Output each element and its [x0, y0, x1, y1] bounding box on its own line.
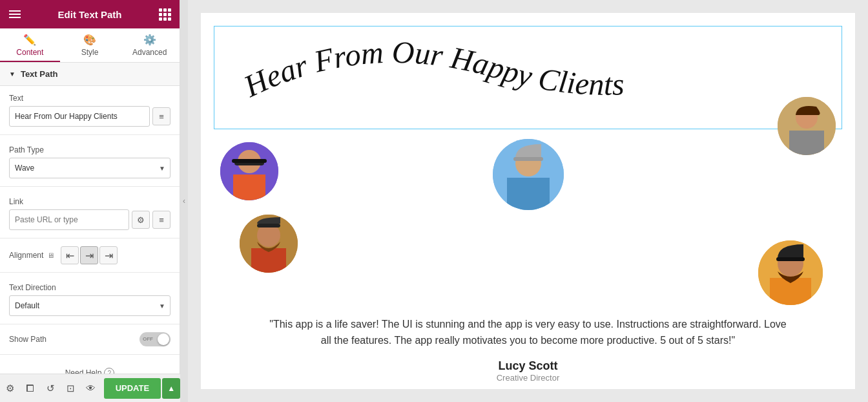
alignment-row: Alignment 🖥 ⇤ ⇥ ⇥ — [0, 241, 180, 270]
divider-2 — [0, 186, 180, 187]
alignment-monitor-icon: 🖥 — [47, 251, 54, 259]
testimonial-section: "This app is a life saver! The UI is stu… — [265, 316, 790, 383]
svg-rect-16 — [257, 224, 280, 227]
svg-rect-8 — [789, 131, 824, 155]
text-direction-select[interactable]: Default LTR RTL — [9, 295, 170, 316]
section-text-path[interactable]: ▼ Text Path — [0, 63, 180, 86]
text-field-group: Text ≡ — [0, 86, 180, 132]
grid-icon[interactable] — [159, 8, 170, 21]
text-input[interactable] — [9, 106, 150, 127]
divider-1 — [0, 134, 180, 135]
footer-settings-icon[interactable]: ⚙ — [0, 374, 20, 403]
text-input-row: ≡ — [9, 106, 170, 127]
show-path-toggle[interactable]: OFF — [140, 332, 170, 346]
footer-history-icon[interactable]: ↺ — [41, 374, 61, 403]
tab-content[interactable]: ✏️ Content — [0, 28, 60, 62]
avatar-top-left — [220, 142, 278, 200]
svg-rect-5 — [232, 159, 267, 163]
tab-content-label: Content — [16, 48, 43, 57]
footer-layers-icon[interactable]: ⧠ — [20, 374, 40, 403]
chevron-left-icon: ‹ — [183, 196, 185, 206]
tab-advanced[interactable]: ⚙️ Advanced — [119, 28, 180, 62]
divider-3 — [0, 238, 180, 238]
panel-title: Edit Text Path — [58, 9, 122, 20]
path-type-select[interactable]: Wave Arc Circle Line — [9, 158, 170, 178]
show-path-label: Show Path — [9, 335, 46, 344]
update-button[interactable]: UPDATE — [104, 378, 161, 399]
svg-rect-11 — [507, 178, 550, 210]
panel-body: ▼ Text Path Text ≡ Path Type Wave Arc Ci… — [0, 63, 180, 402]
avatar-top-left-svg — [220, 142, 278, 200]
text-options-icon[interactable]: ≡ — [152, 107, 170, 125]
link-input-row: ⚙ ≡ — [9, 209, 170, 230]
alignment-label-text: Alignment — [9, 251, 43, 260]
avatar-center-svg — [493, 139, 564, 210]
section-arrow-icon: ▼ — [9, 70, 16, 78]
collapse-handle[interactable]: ‹ — [180, 0, 188, 402]
section-text-path-label: Text Path — [21, 69, 58, 79]
tab-style[interactable]: 🎨 Style — [60, 28, 120, 62]
link-gear-icon[interactable]: ⚙ — [132, 211, 150, 229]
left-panel: Edit Text Path ✏️ Content 🎨 Style ⚙️ Adv… — [0, 0, 180, 402]
avatar-top-right-svg — [778, 97, 836, 155]
path-type-field-group: Path Type Wave Arc Circle Line ▼ — [0, 138, 180, 184]
advanced-tab-icon: ⚙️ — [143, 34, 156, 46]
link-input[interactable] — [9, 209, 129, 230]
text-direction-label: Text Direction — [9, 283, 170, 292]
tab-style-label: Style — [81, 48, 99, 57]
toggle-knob — [158, 333, 169, 345]
alignment-buttons: ⇤ ⇥ ⇥ — [61, 246, 118, 264]
panel-footer: ⚙ ⧠ ↺ ⊡ 👁 UPDATE ▲ — [0, 374, 180, 402]
text-direction-row: Default LTR RTL ▼ — [9, 295, 170, 316]
path-type-row: Wave Arc Circle Line ▼ — [9, 158, 170, 178]
link-label: Link — [9, 197, 170, 206]
hamburger-icon[interactable] — [9, 10, 21, 18]
avatar-center — [493, 139, 564, 210]
avatar-top-right — [778, 97, 836, 155]
canvas-content: Hear From Our Happy Clients — [201, 13, 855, 389]
avatar-bottom-right-svg — [758, 240, 823, 305]
divider-5 — [0, 324, 180, 324]
tab-advanced-label: Advanced — [132, 48, 167, 57]
link-options-icon[interactable]: ≡ — [152, 211, 170, 229]
avatar-bottom-right — [758, 240, 823, 305]
path-type-label: Path Type — [9, 145, 170, 154]
content-tab-icon: ✏️ — [23, 34, 36, 46]
svg-text:Hear From Our Happy Clients: Hear From Our Happy Clients — [238, 35, 625, 104]
text-label: Text — [9, 94, 170, 103]
link-field-group: Link ⚙ ≡ — [0, 189, 180, 235]
canvas-area: Hear From Our Happy Clients — [188, 0, 868, 402]
text-direction-field-group: Text Direction Default LTR RTL ▼ — [0, 275, 180, 321]
toggle-off-label: OFF — [143, 332, 153, 346]
testimonial-name: Lucy Scott — [265, 359, 790, 373]
testimonial-quote: "This app is a life saver! The UI is stu… — [265, 316, 790, 349]
align-right-button[interactable]: ⇥ — [99, 246, 118, 264]
avatar-bottom-left — [240, 215, 298, 273]
panel-header: Edit Text Path — [0, 0, 180, 28]
style-tab-icon: 🎨 — [83, 34, 96, 46]
panel-tabs: ✏️ Content 🎨 Style ⚙️ Advanced — [0, 28, 180, 63]
testimonial-title: Creative Director — [265, 373, 790, 383]
footer-responsive-icon[interactable]: ⊡ — [61, 374, 81, 403]
align-left-button[interactable]: ⇤ — [61, 246, 79, 264]
alignment-label: Alignment 🖥 — [9, 251, 54, 260]
align-center-button[interactable]: ⇥ — [80, 246, 98, 264]
avatar-bottom-left-svg — [240, 215, 298, 273]
text-path-container: Hear From Our Happy Clients — [214, 26, 842, 129]
divider-6 — [0, 354, 180, 355]
svg-rect-20 — [776, 257, 805, 261]
text-direction-select-wrapper: Default LTR RTL ▼ — [9, 295, 170, 316]
path-type-select-wrapper: Wave Arc Circle Line ▼ — [9, 158, 170, 178]
footer-eye-icon[interactable]: 👁 — [81, 374, 101, 403]
show-path-row: Show Path OFF — [0, 327, 180, 352]
wave-text-svg: Hear From Our Happy Clients — [214, 26, 842, 130]
update-arrow-button[interactable]: ▲ — [162, 378, 180, 399]
svg-rect-3 — [233, 175, 265, 200]
divider-4 — [0, 272, 180, 273]
svg-rect-12 — [513, 157, 543, 161]
